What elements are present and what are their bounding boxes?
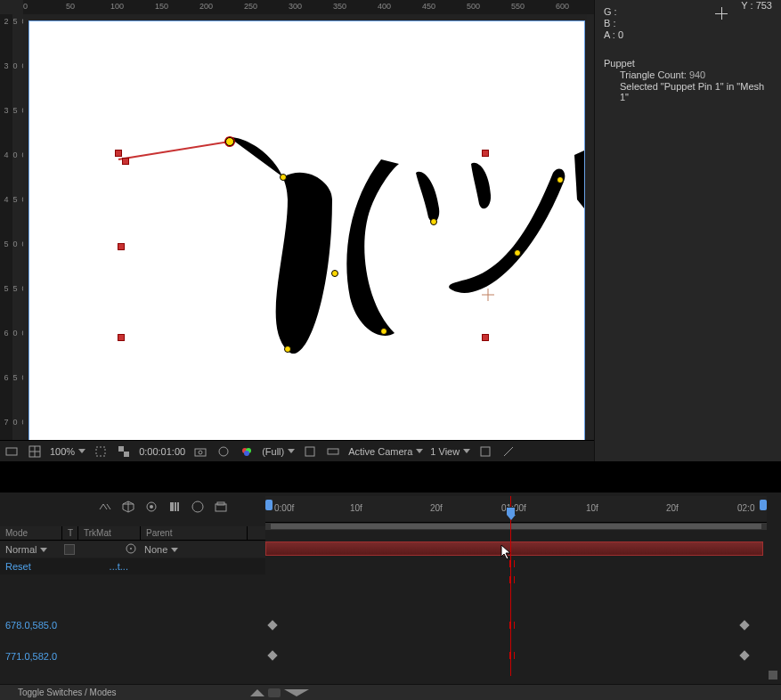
blend-mode-dropdown[interactable]: Normal — [5, 544, 57, 555]
svg-rect-8 — [195, 449, 206, 456]
crosshair-icon — [715, 7, 728, 20]
ruler-tick: 550 — [511, 2, 525, 11]
parent-pickwhip-icon[interactable] — [125, 542, 137, 557]
svg-rect-6 — [118, 446, 124, 452]
work-area-start-handle[interactable] — [265, 500, 273, 510]
bbox-handle[interactable] — [118, 334, 125, 341]
bbox-handle[interactable] — [115, 150, 122, 157]
playhead[interactable] — [510, 496, 511, 676]
ruler-tick: 50 — [66, 2, 75, 11]
current-time[interactable]: 0:00:01:00 — [139, 446, 185, 457]
render-icon[interactable] — [214, 500, 228, 514]
pixel-aspect-icon[interactable] — [477, 444, 493, 460]
frame-blend-icon[interactable] — [144, 500, 159, 514]
reset-link[interactable]: Reset — [5, 561, 31, 572]
transparency-grid-icon[interactable] — [116, 444, 132, 460]
bbox-handle[interactable] — [118, 243, 125, 250]
canvas-wrap[interactable] — [23, 14, 587, 440]
effect-reset-row[interactable]: Reset ...t... — [0, 558, 265, 574]
property-value[interactable]: 678.0,585.0 — [5, 620, 57, 631]
layer-row[interactable]: Normal None — [0, 541, 265, 558]
col-t: T — [62, 526, 78, 540]
svg-rect-20 — [175, 502, 176, 511]
svg-rect-21 — [177, 502, 179, 511]
artwork — [29, 21, 584, 440]
time-ruler[interactable]: 0:00f 10f 20f 01:00f 10f 20f 02:0 — [265, 496, 767, 523]
playhead-handle[interactable] — [506, 507, 516, 516]
time-mark: 10f — [350, 503, 362, 513]
preserve-transparency-toggle[interactable] — [64, 544, 75, 555]
timeline-icon[interactable] — [325, 444, 341, 460]
puppet-pin[interactable] — [430, 218, 437, 225]
camera-dropdown[interactable]: Active Camera — [348, 446, 423, 457]
keyframe[interactable] — [739, 620, 749, 630]
keyframe[interactable] — [267, 620, 277, 630]
grid-icon[interactable] — [27, 444, 43, 460]
time-mark: 20f — [430, 503, 443, 513]
parent-dropdown[interactable]: None — [144, 544, 198, 555]
ruler-horizontal: 0 50 100 150 200 250 300 350 400 450 500… — [23, 0, 594, 14]
zoom-dropdown[interactable]: 100% — [50, 446, 85, 457]
property-row[interactable]: 771.0,582.0 — [0, 648, 265, 664]
svg-point-26 — [130, 548, 132, 549]
puppet-pin[interactable] — [284, 346, 291, 353]
info-b: B : — [604, 18, 615, 28]
info-g: G : — [604, 6, 617, 17]
snapshot-icon[interactable] — [192, 444, 208, 460]
graph-editor-icon[interactable] — [191, 500, 205, 514]
fast-preview-icon[interactable] — [302, 444, 318, 460]
3d-icon[interactable] — [121, 500, 135, 514]
svg-point-13 — [244, 451, 249, 456]
scroll-handle[interactable] — [769, 671, 777, 680]
mouse-cursor-icon — [500, 544, 513, 560]
keyframe[interactable] — [267, 650, 277, 660]
anchor-point[interactable] — [482, 289, 494, 301]
property-row[interactable]: 678.0,585.0 — [0, 617, 265, 633]
resolution-dropdown[interactable]: (Full) — [262, 446, 295, 457]
roi-icon[interactable] — [93, 444, 109, 460]
about-link[interactable]: ...t... — [110, 561, 128, 572]
toggle-switches-button[interactable]: Toggle Switches / Modes — [18, 688, 117, 697]
puppet-pin[interactable] — [557, 176, 564, 183]
layer-bar[interactable] — [265, 541, 763, 556]
shy-icon[interactable] — [98, 500, 112, 514]
cursor-y: Y : 753 — [741, 0, 772, 11]
zoom-slider-out-icon[interactable] — [250, 689, 264, 696]
ruler-tick: 300 — [289, 2, 302, 11]
property-value[interactable]: 771.0,582.0 — [5, 651, 57, 662]
ruler-tick: 250 — [244, 2, 257, 11]
show-channel-icon[interactable] — [216, 444, 232, 460]
exposure-icon[interactable] — [500, 444, 517, 460]
magnify-icon[interactable] — [4, 444, 20, 460]
triangle-count-label: Triangle Count: — [620, 69, 687, 80]
motion-blur-icon[interactable] — [167, 500, 182, 514]
bbox-handle[interactable] — [482, 334, 489, 341]
bbox-handle[interactable] — [482, 150, 489, 157]
svg-rect-15 — [328, 449, 338, 454]
ruler-tick: 100 — [110, 2, 124, 11]
bbox-handle[interactable] — [122, 158, 129, 165]
info-a: A : 0 — [604, 29, 623, 40]
color-mgmt-icon[interactable] — [239, 444, 255, 460]
puppet-pin[interactable] — [331, 270, 338, 277]
canvas[interactable] — [29, 21, 584, 440]
work-area-end-handle[interactable] — [760, 500, 767, 510]
triangle-count-value: 940 — [689, 69, 705, 80]
svg-rect-14 — [305, 447, 314, 456]
puppet-pin[interactable] — [280, 174, 287, 181]
zoom-slider-in-icon[interactable] — [284, 689, 309, 696]
info-panel: Y : 753 G : B : A : 0 Puppet Triangle Co… — [594, 0, 781, 461]
puppet-pin[interactable] — [225, 137, 234, 146]
viewer-bottom-bar: 100% 0:00:01:00 (Full) Active Camera 1 V… — [0, 440, 594, 461]
puppet-pin[interactable] — [380, 328, 387, 335]
ruler-tick: 350 — [333, 2, 346, 11]
puppet-pin[interactable] — [514, 249, 521, 256]
ruler-tick: 0 — [23, 2, 28, 11]
svg-line-0 — [118, 142, 229, 159]
zoom-slider-handle[interactable] — [268, 688, 281, 697]
work-area-bar[interactable] — [265, 523, 767, 530]
svg-rect-7 — [124, 452, 129, 457]
keyframe[interactable] — [739, 650, 749, 660]
view-dropdown[interactable]: 1 View — [430, 446, 470, 457]
col-mode: Mode — [0, 526, 62, 540]
